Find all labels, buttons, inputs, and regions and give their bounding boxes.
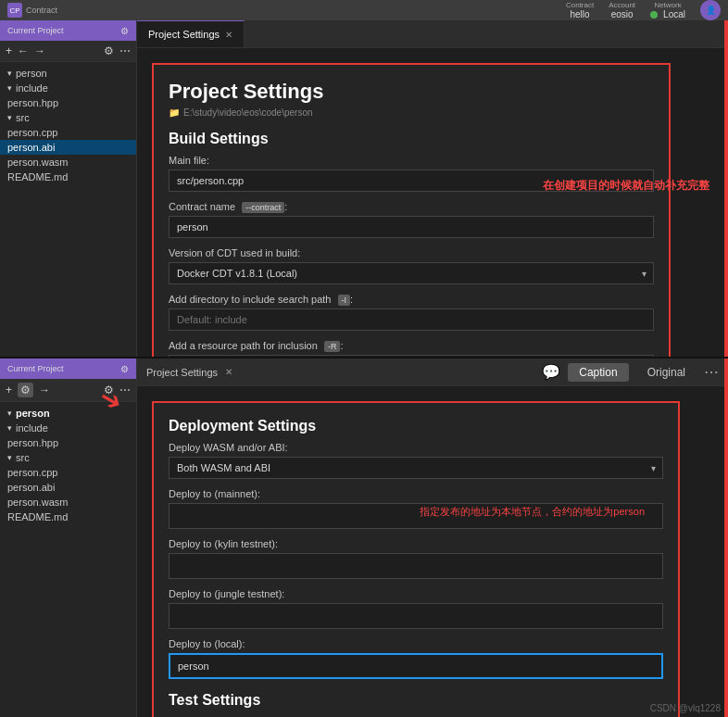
deploy-jungle-label: Deploy to (jungle testnet): — [169, 588, 663, 599]
account-section: Account eosio — [609, 1, 635, 19]
tab-bottom-label[interactable]: Project Settings — [146, 367, 218, 378]
deploy-wasm-select-wrapper: Both WASM and ABI — [169, 457, 663, 479]
sidebar-more-icon[interactable]: ⋯ — [119, 44, 131, 57]
folder-icon: 📁 — [169, 107, 180, 118]
watermark: CSDN @vlq1228 — [650, 703, 721, 713]
deploy-mainnet-label: Deploy to (mainnet): — [169, 488, 663, 499]
test-settings-title: Test Settings — [169, 692, 663, 709]
tree-bottom-cpp[interactable]: person.cpp — [0, 465, 136, 480]
cdt-select-wrapper: Docker CDT v1.8.1 (Local) — [169, 262, 654, 284]
sidebar-bottom: Current Project ⚙ + ⚙ → ⚙ ⋯ ▾ person ▾ i… — [0, 358, 137, 717]
sidebar-bottom-forward-icon[interactable]: → — [39, 384, 50, 396]
tab-label: Project Settings — [148, 29, 220, 40]
sidebar-bottom-settings-icon[interactable]: ⚙ — [120, 364, 129, 374]
main-content-bottom: Project Settings ✕ 💬 Caption Original ⋯ … — [137, 358, 728, 717]
deploy-local-input[interactable] — [169, 653, 663, 679]
contract-value[interactable]: hello — [571, 9, 590, 19]
tree-bottom-src[interactable]: ▾ src — [0, 450, 136, 465]
deploy-wasm-field: Deploy WASM and/or ABI: Both WASM and AB… — [169, 442, 663, 479]
sidebar-add-icon[interactable]: + — [6, 44, 12, 57]
resource-label: Add a resource path for inclusion -R: — [169, 340, 654, 351]
sidebar-tree: ▾ person ▾ include person.hpp ▾ src pers… — [0, 62, 136, 357]
deploy-panel: Deployment Settings Deploy WASM and/or A… — [152, 401, 680, 717]
settings-scroll-area[interactable]: Project Settings 📁 E:\study\video\eos\co… — [137, 48, 728, 357]
cdt-version-field: Version of CDT used in build: Docker CDT… — [169, 247, 654, 284]
tab-bar: Project Settings ✕ — [137, 20, 728, 48]
resource-path-field: Add a resource path for inclusion -R: — [169, 340, 654, 357]
network-section: Network Local — [650, 1, 685, 19]
contract-name-input[interactable] — [169, 216, 654, 238]
tab-close-icon[interactable]: ✕ — [225, 30, 232, 40]
cdt-select[interactable]: Docker CDT v1.8.1 (Local) — [169, 262, 654, 284]
tree-item-readme[interactable]: README.md — [0, 170, 136, 184]
include-path-field: Add directory to include search path -I: — [169, 294, 654, 331]
tree-bottom-wasm[interactable]: person.wasm — [0, 495, 136, 509]
settings-panel: Project Settings 📁 E:\study\video\eos\co… — [152, 63, 671, 357]
sidebar-bottom-active-icon[interactable]: ⚙ — [18, 383, 33, 397]
tree-bottom-person[interactable]: ▾ person — [0, 406, 136, 421]
tree-item-person-abi[interactable]: person.abi — [0, 140, 136, 155]
network-value: Local — [650, 9, 685, 19]
avatar[interactable]: 👤 — [700, 0, 721, 20]
sidebar-bottom-header: Current Project ⚙ — [0, 358, 136, 379]
tree-bottom-abi[interactable]: person.abi — [0, 480, 136, 495]
include-label: Add directory to include search path -I: — [169, 294, 654, 305]
settings-title: Project Settings — [169, 80, 654, 104]
deploy-jungle-input[interactable] — [169, 603, 663, 629]
current-project-label: Contract — [26, 6, 57, 15]
tree-item-person-hpp[interactable]: person.hpp — [0, 95, 136, 110]
sidebar-toolbar: + ← → ⚙ ⋯ — [0, 41, 136, 62]
sidebar-gear-icon[interactable]: ⚙ — [104, 44, 114, 57]
more-options-icon[interactable]: ⋯ — [704, 363, 719, 381]
sidebar-bottom-project: Current Project — [7, 364, 64, 373]
deploy-wasm-label: Deploy WASM and/or ABI: — [169, 442, 663, 453]
deploy-local-label: Deploy to (local): — [169, 638, 663, 649]
current-project-icon: CP — [7, 3, 22, 18]
contract-section: Contract hello — [566, 1, 594, 19]
deploy-kylin-label: Deploy to (kylin testnet): — [169, 538, 663, 549]
sidebar-back-icon[interactable]: ← — [18, 44, 29, 57]
top-annotation: 在创建项目的时候就自动补充完整 — [543, 178, 709, 194]
resource-input[interactable] — [169, 355, 654, 357]
deploy-kylin-field: Deploy to (kylin testnet): — [169, 538, 663, 579]
deploy-mainnet-field: Deploy to (mainnet): 指定发布的地址为本地节点，合约的地址为… — [169, 488, 663, 529]
sidebar-settings-icon[interactable]: ⚙ — [120, 26, 129, 36]
sidebar-forward-icon[interactable]: → — [34, 44, 45, 57]
deploy-wasm-select[interactable]: Both WASM and ABI — [169, 457, 663, 479]
sidebar-bottom-gear-icon[interactable]: ⚙ — [104, 384, 114, 396]
deploy-scroll-area[interactable]: Deployment Settings Deploy WASM and/or A… — [137, 386, 728, 717]
sidebar-project-label: Current Project — [7, 26, 64, 35]
tree-bottom-readme[interactable]: README.md — [0, 509, 136, 524]
sidebar-bottom-add-icon[interactable]: + — [6, 384, 12, 396]
tree-bottom-include[interactable]: ▾ include — [0, 421, 136, 435]
tab-project-settings[interactable]: Project Settings ✕ — [137, 20, 245, 47]
resource-badge: -R — [324, 341, 341, 352]
speech-bubble-icon[interactable]: 💬 — [542, 363, 560, 381]
tree-item-include[interactable]: ▾ include — [0, 81, 136, 95]
tree-item-person-cpp[interactable]: person.cpp — [0, 125, 136, 140]
settings-path: 📁 E:\study\video\eos\code\person — [169, 107, 654, 118]
deploy-annotation: 指定发布的地址为本地节点，合约的地址为person — [420, 505, 645, 519]
deploy-kylin-input[interactable] — [169, 553, 663, 579]
sidebar-bottom-more-icon[interactable]: ⋯ — [119, 384, 131, 396]
tree-item-src[interactable]: ▾ src — [0, 110, 136, 125]
contract-name-label: Contract name --contract: — [169, 201, 654, 212]
caption-bar: Project Settings ✕ 💬 Caption Original ⋯ — [137, 358, 728, 386]
deploy-local-field: Deploy to (local): — [169, 638, 663, 679]
tree-bottom-hpp[interactable]: person.hpp — [0, 435, 136, 450]
include-input[interactable] — [169, 308, 654, 331]
contract-badge: --contract — [242, 202, 284, 213]
sidebar-bottom-tree: ▾ person ▾ include person.hpp ▾ src pers… — [0, 402, 136, 717]
original-button[interactable]: Original — [636, 363, 697, 382]
deploy-jungle-field: Deploy to (jungle testnet): — [169, 588, 663, 629]
sidebar-bottom-toolbar: + ⚙ → ⚙ ⋯ — [0, 379, 136, 402]
contract-name-field: Contract name --contract: — [169, 201, 654, 238]
tree-item-person-wasm[interactable]: person.wasm — [0, 155, 136, 170]
main-file-label: Main file: — [169, 155, 654, 166]
tree-item-person[interactable]: ▾ person — [0, 66, 136, 81]
include-badge: -I — [338, 295, 351, 306]
tab-bottom-close[interactable]: ✕ — [225, 367, 232, 377]
caption-button[interactable]: Caption — [568, 363, 628, 382]
sidebar-header: Current Project ⚙ — [0, 20, 136, 41]
account-value[interactable]: eosio — [611, 9, 634, 19]
